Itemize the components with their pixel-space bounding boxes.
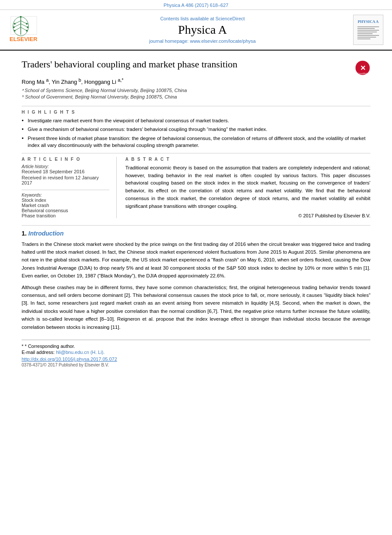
affiliation-a: ᵃ School of Systems Science, Beijing Nor… <box>22 88 370 93</box>
svg-text:✕: ✕ <box>360 64 366 72</box>
svg-point-13 <box>27 26 29 28</box>
svg-point-11 <box>14 30 16 32</box>
corresponding-author-note: * * Corresponding author. <box>22 344 370 349</box>
citation-text: Physica A 486 (2017) 618–627 <box>164 3 229 8</box>
corresponding-label: * Corresponding author. <box>25 344 75 349</box>
journal-name-display: Physica A <box>52 23 353 37</box>
keywords-block: Keywords: Stock index Market crash Behav… <box>22 190 109 218</box>
contents-available-text: Contents lists available at <box>160 16 214 21</box>
email-address: hli@bnu.edu.cn (H. Li). <box>56 350 105 355</box>
title-row: Traders' behavioral coupling and market … <box>22 58 370 77</box>
physica-thumb-lines <box>357 25 379 40</box>
sciencedirect-text: ScienceDirect <box>215 16 245 21</box>
keyword-2: Market crash <box>22 203 109 208</box>
article-title: Traders' behavioral coupling and market … <box>22 58 237 75</box>
homepage-label: journal homepage: <box>149 38 188 44</box>
section-name: Introduction <box>29 230 64 237</box>
highlights-list: Investigate rare market event from the v… <box>22 117 370 148</box>
physica-thumbnail: PHYSICA A <box>353 15 383 45</box>
elsevier-logo-svg: ELSEVIER <box>9 14 50 44</box>
svg-line-8 <box>21 27 27 31</box>
svg-line-3 <box>15 21 21 24</box>
intro-paragraph-1: Traders in the Chinese stock market were… <box>22 240 370 280</box>
highlights-label: H I G H L I G H T S <box>22 110 370 115</box>
history-label: Article history: <box>22 164 109 169</box>
star-symbol: * <box>22 344 23 349</box>
intro-paragraph-2: Although these crashes may be in differe… <box>22 283 370 331</box>
affiliation-b: ᵇ School of Government, Beijing Normal U… <box>22 94 370 100</box>
homepage-url: www.elsevier.com/locate/physa <box>190 38 255 44</box>
issn-text: 0378-4371/© 2017 Published by Elsevier B… <box>22 363 370 367</box>
highlights-section: H I G H L I G H T S Investigate rare mar… <box>22 106 370 148</box>
keywords-label: Keywords: <box>22 193 109 197</box>
abstract-label: A B S T R A C T <box>125 157 370 162</box>
email-label: E-mail address: <box>22 350 54 355</box>
keyword-4: Phase transition <box>22 213 109 218</box>
crossmark-icon[interactable]: ✕ CrossMark <box>355 60 370 77</box>
svg-point-9 <box>14 23 16 25</box>
svg-point-14 <box>26 30 28 32</box>
doi-link[interactable]: http://dx.doi.org/10.1016/j.physa.2017.0… <box>22 357 370 362</box>
physica-thumb-title: PHYSICA A <box>358 19 379 24</box>
page-footer: * * Corresponding author. E-mail address… <box>22 340 370 367</box>
authors-text: Rong Ma a, Yin Zhang b, Honggang Li a,* <box>22 79 124 85</box>
citation-bar: Physica A 486 (2017) 618–627 <box>0 0 392 10</box>
journal-header: ELSEVIER Contents lists available at Sci… <box>0 10 392 51</box>
svg-text:CrossMark: CrossMark <box>357 72 368 75</box>
two-col-layout: A R T I C L E I N F O Article history: R… <box>22 153 370 218</box>
section-number: 1. <box>22 230 27 237</box>
highlight-item-1: Investigate rare market event from the v… <box>22 117 370 124</box>
section-title: 1. Introduction <box>22 230 370 237</box>
email-line: E-mail address: hli@bnu.edu.cn (H. Li). <box>22 350 370 355</box>
main-content: Traders' behavioral coupling and market … <box>0 51 392 376</box>
svg-point-12 <box>26 23 28 25</box>
article-history: Article history: Received 18 September 2… <box>22 164 109 185</box>
keyword-3: Behavioral consensus <box>22 208 109 213</box>
page: Physica A 486 (2017) 618–627 <box>0 0 392 535</box>
keyword-1: Stock index <box>22 197 109 203</box>
highlight-item-3: Present three kinds of market phase tran… <box>22 135 370 149</box>
article-info-column: A R T I C L E I N F O Article history: R… <box>22 157 117 218</box>
svg-text:ELSEVIER: ELSEVIER <box>10 36 38 42</box>
journal-homepage: journal homepage: www.elsevier.com/locat… <box>52 38 353 44</box>
authors: Rong Ma a, Yin Zhang b, Honggang Li a,* <box>22 77 370 85</box>
abstract-text: Traditional economic theory is based on … <box>125 164 370 210</box>
article-info-label: A R T I C L E I N F O <box>22 157 109 162</box>
abstract-column: A B S T R A C T Traditional economic the… <box>125 157 370 218</box>
svg-line-5 <box>15 27 21 31</box>
abstract-copyright: © 2017 Published by Elsevier B.V. <box>125 213 370 218</box>
introduction-section: 1. Introduction Traders in the Chinese s… <box>22 225 370 331</box>
highlight-item-2: Give a mechanism of behavioral consensus… <box>22 126 370 133</box>
svg-line-6 <box>21 21 27 24</box>
svg-point-10 <box>13 26 15 28</box>
revised-date: Received in revised form 12 January 2017 <box>22 175 109 185</box>
elsevier-logo: ELSEVIER <box>9 14 52 45</box>
svg-point-15 <box>20 16 22 18</box>
sciencedirect-link: Contents lists available at ScienceDirec… <box>52 16 353 21</box>
journal-center: Contents lists available at ScienceDirec… <box>52 16 353 44</box>
received-date: Received 18 September 2016 <box>22 169 109 174</box>
